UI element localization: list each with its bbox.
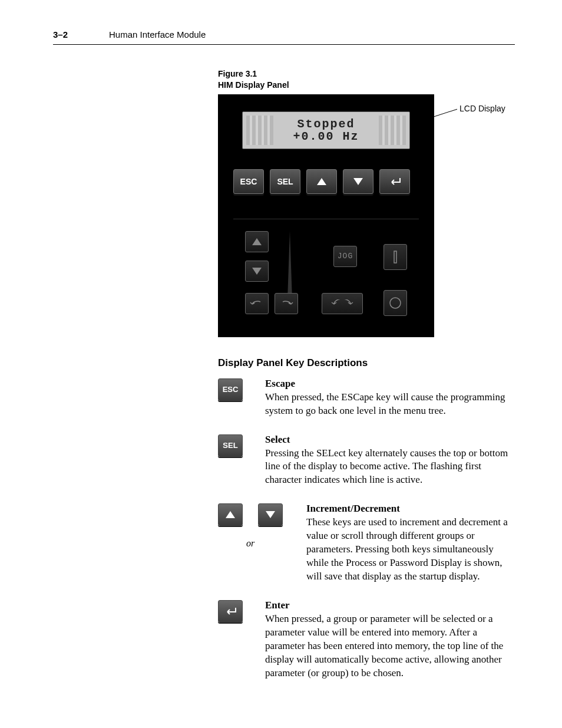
description-escape: ESC Escape When pressed, the ESCape key … [218, 377, 515, 418]
rev-arrow-icon [250, 299, 264, 308]
lcd-text: Stopped +0.00 Hz [293, 118, 359, 143]
lower-control-area: JOG [233, 219, 419, 325]
description-text: Escape When pressed, the ESCape key will… [265, 377, 515, 418]
callout-label: LCD Display [459, 104, 505, 113]
main-content: Figure 3.1 HIM Display Panel Stopped +0.… [218, 68, 515, 680]
sel-button[interactable]: SEL [270, 169, 300, 194]
description-body: When pressed, the ESCape key will cause … [265, 391, 505, 416]
direction-button[interactable] [322, 293, 363, 314]
triangle-down-icon [353, 178, 363, 185]
description-incdec: or Increment/Decrement These keys are us… [218, 502, 515, 584]
start-bar-icon [393, 251, 398, 263]
fwd-button[interactable] [275, 293, 298, 314]
lcd-line-1: Stopped [293, 118, 359, 130]
down-key-icon [258, 503, 283, 526]
triangle-down-icon [266, 511, 275, 518]
description-select: SEL Select Pressing the SELect key alter… [218, 433, 515, 487]
description-text: Increment/Decrement These keys are used … [306, 502, 515, 584]
esc-key-icon: ESC [218, 378, 243, 401]
up-button[interactable] [306, 169, 337, 194]
description-body: When pressed, a group or parameter will … [265, 613, 503, 678]
icon-column: SEL [218, 433, 265, 487]
stop-button[interactable] [384, 290, 407, 316]
svg-point-1 [390, 298, 401, 308]
header-rule [53, 44, 515, 45]
fwd-arrow-icon [279, 299, 293, 308]
key-row: ESC SEL [233, 169, 419, 196]
icon-column: or [218, 502, 306, 584]
enter-arrow-icon [388, 177, 401, 186]
jog-button[interactable]: JOG [333, 246, 357, 267]
page-number: 3–2 [53, 29, 68, 39]
lcd-display: Stopped +0.00 Hz [242, 111, 410, 149]
sel-key-icon: SEL [218, 434, 243, 457]
description-text: Select Pressing the SELect key alternate… [265, 433, 515, 487]
page-header: 3–2 Human Interface Module [53, 29, 515, 39]
icon-column: ESC [218, 377, 265, 418]
section-heading: Display Panel Key Descriptions [218, 357, 515, 369]
speed-down-button[interactable] [245, 261, 269, 282]
speed-up-button[interactable] [245, 231, 269, 252]
description-enter: Enter When pressed, a group or parameter… [218, 599, 515, 680]
figure-title: HIM Display Panel [218, 80, 289, 90]
description-body: Pressing the SELect key alternately caus… [265, 447, 508, 486]
triangle-up-icon [226, 511, 235, 518]
description-body: These keys are used to increment and dec… [306, 516, 508, 582]
triangle-up-outline-icon [252, 238, 262, 245]
lcd-decoration-left [246, 116, 273, 145]
description-title: Escape [265, 378, 295, 389]
icon-column [218, 599, 265, 680]
description-title: Increment/Decrement [306, 503, 400, 514]
esc-button[interactable]: ESC [233, 169, 264, 194]
description-title: Select [265, 434, 290, 445]
bidir-arrow-icon [328, 299, 356, 308]
chapter-title: Human Interface Module [109, 29, 206, 39]
start-button[interactable] [384, 244, 407, 270]
description-text: Enter When pressed, a group or parameter… [265, 599, 515, 680]
lcd-line-2: +0.00 Hz [293, 130, 359, 143]
figure-caption: Figure 3.1 HIM Display Panel [218, 68, 515, 91]
up-key-icon [218, 503, 243, 526]
stop-circle-icon [388, 296, 402, 310]
figure-number: Figure 3.1 [218, 69, 257, 78]
enter-key-icon [218, 600, 243, 622]
svg-rect-0 [394, 251, 396, 263]
rev-button[interactable] [245, 293, 269, 314]
figure-wrapper: Stopped +0.00 Hz ESC SEL [218, 94, 515, 337]
enter-arrow-icon [224, 607, 237, 615]
lcd-decoration-right [379, 116, 406, 145]
triangle-down-outline-icon [252, 268, 262, 275]
speed-indicator-icon [287, 231, 292, 293]
triangle-up-icon [317, 178, 326, 185]
document-page: 3–2 Human Interface Module Figure 3.1 HI… [0, 0, 562, 728]
or-label: or [246, 538, 254, 549]
description-title: Enter [265, 599, 290, 611]
him-display-panel: Stopped +0.00 Hz ESC SEL [218, 94, 434, 337]
down-button[interactable] [343, 169, 373, 194]
enter-button[interactable] [379, 169, 410, 194]
